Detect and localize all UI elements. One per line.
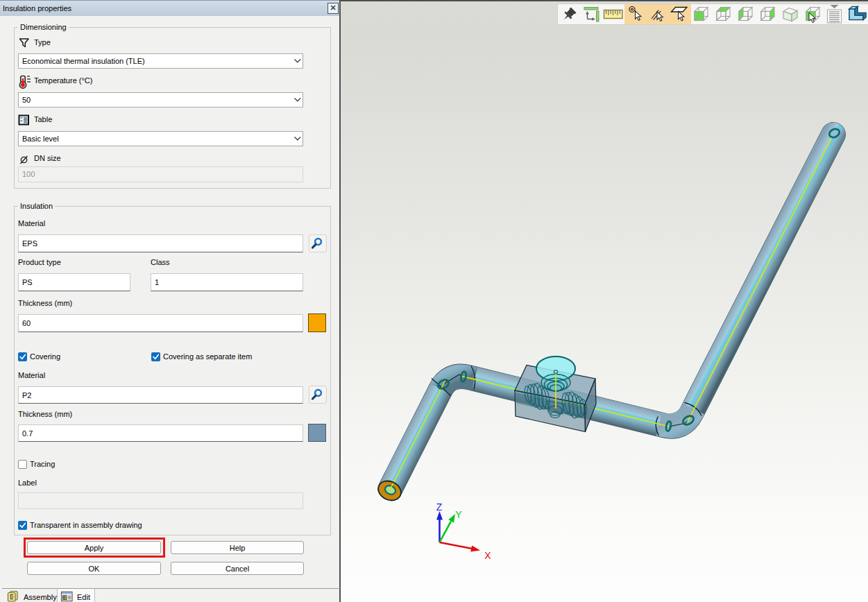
svg-text:Y: Y	[455, 509, 462, 520]
svg-text:Z: Z	[436, 501, 443, 513]
svg-text:X: X	[484, 550, 491, 561]
